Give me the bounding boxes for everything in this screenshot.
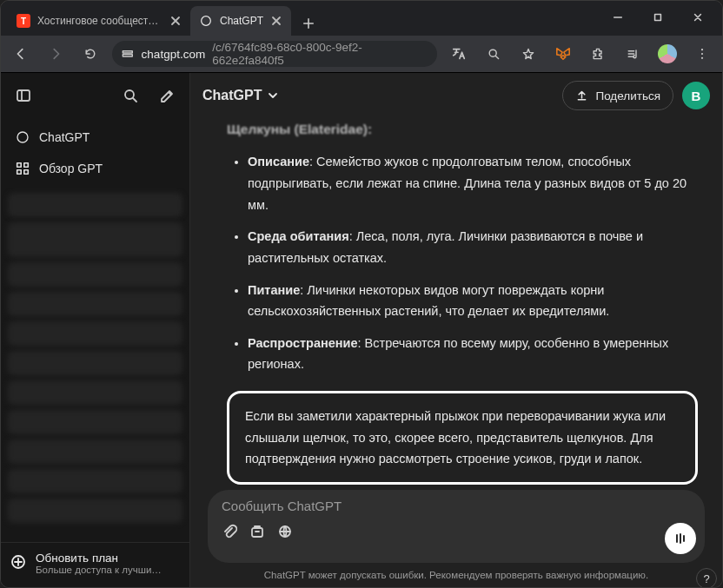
sidebar-item-explore-gpt[interactable]: Обзор GPT <box>8 153 182 184</box>
svg-rect-3 <box>123 55 132 56</box>
assistant-message: Щелкуны (Elateridae): Описание: Семейств… <box>227 118 698 485</box>
new-chat-button[interactable] <box>153 82 181 109</box>
close-window-button[interactable] <box>679 4 717 30</box>
favicon-icon: T <box>17 14 30 28</box>
grid-icon <box>15 161 30 176</box>
extensions-icon[interactable] <box>585 41 611 67</box>
chatgpt-icon <box>15 129 30 145</box>
history-item[interactable] <box>8 469 182 493</box>
history-item[interactable] <box>8 262 182 287</box>
svg-rect-8 <box>17 90 30 101</box>
chatgpt-favicon-icon <box>199 14 213 28</box>
help-button[interactable]: ? <box>696 568 717 588</box>
composer[interactable] <box>208 490 705 563</box>
svg-rect-12 <box>24 163 29 168</box>
list-item: Распространение: Встречаются по всему ми… <box>248 333 698 375</box>
translate-icon[interactable] <box>446 41 472 67</box>
back-button[interactable] <box>8 41 34 67</box>
message-input[interactable] <box>222 499 656 513</box>
user-initial: B <box>692 89 701 103</box>
list-item: Питание: Личинки некоторых видов могут п… <box>248 280 698 322</box>
browser-titlebar: T Хостинговое сообщество «Tim ChatGPT <box>1 1 722 36</box>
sparkle-icon <box>10 553 27 571</box>
list-item: Описание: Семейство жуков с продолговаты… <box>248 151 698 215</box>
sidebar-nav: ChatGPT Обзор GPT <box>1 118 189 188</box>
user-avatar[interactable]: B <box>682 82 710 109</box>
message-heading: Щелкуны (Elateridae): <box>227 118 698 141</box>
web-icon[interactable] <box>277 524 293 543</box>
svg-point-6 <box>701 53 703 55</box>
zoom-icon[interactable] <box>481 41 507 67</box>
list-item: Среда обитания: Леса, поля, луга. Личинк… <box>248 226 698 268</box>
sidebar-item-label: Обзор GPT <box>39 162 103 175</box>
browser-menu-button[interactable] <box>689 41 715 67</box>
history-item[interactable] <box>8 321 182 346</box>
send-button[interactable] <box>665 523 696 554</box>
bookmark-icon[interactable] <box>515 41 541 67</box>
attach-icon[interactable] <box>222 524 237 543</box>
model-name: ChatGPT <box>202 88 262 103</box>
tab-label: Хостинговое сообщество «Tim <box>37 15 163 27</box>
chatgpt-app: ChatGPT Обзор GPT Обновить план Б <box>1 72 722 587</box>
sidebar-item-chatgpt[interactable]: ChatGPT <box>8 122 182 153</box>
note-text: Если вы заметили характерный прыжок при … <box>245 409 666 466</box>
bullet-list: Описание: Семейство жуков с продолговаты… <box>227 151 698 375</box>
sidebar: ChatGPT Обзор GPT Обновить план Б <box>1 73 190 587</box>
svg-point-10 <box>17 132 28 142</box>
svg-rect-2 <box>123 51 132 53</box>
minimize-button[interactable] <box>599 4 637 30</box>
svg-point-0 <box>202 17 211 26</box>
tab-label: ChatGPT <box>220 15 263 27</box>
chat-history <box>1 188 189 542</box>
sidebar-item-label: ChatGPT <box>39 130 90 144</box>
share-button[interactable]: Поделиться <box>562 81 673 110</box>
svg-rect-11 <box>17 163 22 168</box>
browser-tab-1[interactable]: T Хостинговое сообщество «Tim <box>8 6 190 36</box>
upgrade-subtitle: Больше доступа к лучшим... <box>36 565 166 575</box>
forward-button[interactable] <box>43 41 69 67</box>
close-icon[interactable] <box>169 15 182 27</box>
share-label: Поделиться <box>595 89 660 102</box>
collapse-sidebar-button[interactable] <box>10 82 37 109</box>
chat-scroll[interactable]: Щелкуны (Elateridae): Описание: Семейств… <box>190 118 722 485</box>
chat-topbar: ChatGPT Поделиться B <box>190 73 722 118</box>
disclaimer: ChatGPT может допускать ошибки. Рекоменд… <box>190 566 722 587</box>
svg-rect-14 <box>24 170 29 175</box>
browser-tab-2[interactable]: ChatGPT <box>190 6 291 36</box>
url-path: /c/6764fc89-68c0-800c-9ef2-662e2fa840f5 <box>212 41 428 67</box>
composer-area: ? <box>190 485 722 566</box>
history-item[interactable] <box>8 380 182 405</box>
upgrade-title: Обновить план <box>36 552 166 565</box>
history-item[interactable] <box>8 499 182 523</box>
svg-point-5 <box>701 49 703 50</box>
history-item[interactable] <box>8 222 182 257</box>
svg-rect-1 <box>655 15 661 21</box>
main-panel: ChatGPT Поделиться B Щелкуны (Elateridae… <box>190 73 722 587</box>
profile-button[interactable] <box>654 41 680 67</box>
history-item[interactable] <box>8 410 182 434</box>
history-item[interactable] <box>8 351 182 375</box>
reload-button[interactable] <box>77 41 103 67</box>
chevron-down-icon <box>267 89 279 102</box>
highlighted-note: Если вы заметили характерный прыжок при … <box>227 391 698 485</box>
maximize-button[interactable] <box>639 4 677 30</box>
model-picker[interactable]: ChatGPT <box>202 88 279 103</box>
tools-icon[interactable] <box>249 524 265 543</box>
svg-rect-13 <box>17 170 22 175</box>
history-item[interactable] <box>8 292 182 316</box>
upgrade-plan[interactable]: Обновить план Больше доступа к лучшим... <box>1 542 189 587</box>
new-tab-button[interactable] <box>296 11 321 36</box>
svg-point-7 <box>701 57 703 59</box>
site-settings-icon <box>121 47 135 61</box>
metamask-icon[interactable] <box>550 41 576 67</box>
url-box[interactable]: chatgpt.com/c/6764fc89-68c0-800c-9ef2-66… <box>112 41 437 67</box>
address-bar: chatgpt.com/c/6764fc89-68c0-800c-9ef2-66… <box>1 36 722 72</box>
search-button[interactable] <box>116 82 144 109</box>
history-item[interactable] <box>8 193 182 217</box>
window-controls <box>599 4 717 36</box>
close-icon[interactable] <box>270 15 282 27</box>
history-item[interactable] <box>8 439 182 464</box>
sidebar-top <box>1 73 189 118</box>
svg-rect-17 <box>252 528 262 537</box>
media-icon[interactable] <box>620 41 646 67</box>
